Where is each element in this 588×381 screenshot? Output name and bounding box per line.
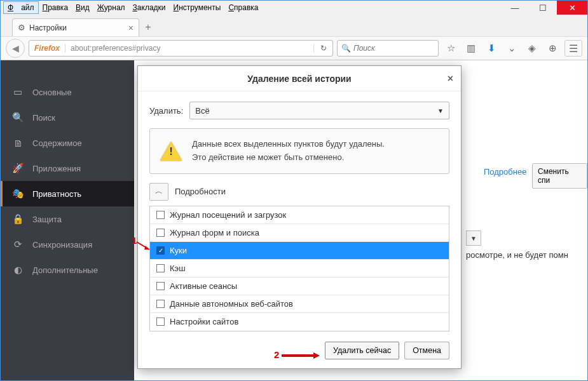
details-toggle-button[interactable]: ︿ [149,183,168,201]
url-text: about:preferences#privacy [65,44,313,53]
item-browsing-downloads[interactable]: Журнал посещений и загрузок [150,206,449,224]
tab-strip: ⚙ Настройки × + [1,15,587,36]
sidebar-item-content[interactable]: 🗎Содержимое [1,130,134,156]
time-range-label: Удалить: [149,106,183,116]
sidebar-item-label: Приложения [32,164,81,173]
pocket-icon[interactable]: ⌄ [503,43,520,54]
maximize-button[interactable]: ☐ [529,1,557,15]
device-icon[interactable]: ⊕ [544,43,561,54]
advanced-icon: ◐ [12,264,24,276]
background-text: росмотре, и не будет помн [466,250,568,260]
reload-icon[interactable]: ↻ [313,44,332,53]
content-icon: 🗎 [12,138,24,149]
hamburger-menu-button[interactable]: ☰ [564,40,582,57]
learn-more-link[interactable]: Подробнее [484,167,526,177]
menu-bookmarks[interactable]: Закладки [129,2,170,13]
close-button[interactable]: ✕ [557,1,587,15]
details-label: Подробности [175,187,226,196]
sidebar-item-general[interactable]: ▭Основные [1,79,134,105]
item-site-prefs[interactable]: Настройки сайтов [150,313,449,331]
bookmark-star-icon[interactable]: ☆ [442,43,459,54]
downloads-icon[interactable]: ⬇ [483,43,500,54]
annotation-arrow-1 [135,241,153,253]
svg-marker-3 [313,352,320,359]
new-tab-button[interactable]: + [139,18,157,36]
sidebar-item-label: Содержимое [32,138,82,148]
search-input[interactable] [353,44,434,53]
sidebar-item-label: Синхронизация [32,240,92,250]
history-items-list: Журнал посещений и загрузок Журнал форм … [149,206,449,331]
checkbox[interactable] [156,300,165,308]
time-range-select[interactable]: Всё ▼ [189,102,449,119]
item-active-logins[interactable]: Активные сеансы [150,277,449,295]
checkbox[interactable] [156,211,165,219]
item-label: Данные автономных веб-сайтов [170,299,293,309]
menu-file[interactable]: Файл [3,1,39,14]
warning-icon: ! [160,142,182,161]
tab-settings[interactable]: ⚙ Настройки × [12,18,139,36]
dropdown-caret-button[interactable]: ▼ [466,231,481,246]
identity-box[interactable]: Firefox [29,44,65,53]
item-cache[interactable]: Кэш [150,260,449,277]
item-offline-data[interactable]: Данные автономных веб-сайтов [150,295,449,313]
preferences-sidebar: ▭Основные 🔍Поиск 🗎Содержимое 🚀Приложения… [1,60,134,381]
sidebar-item-privacy[interactable]: 🎭Приватность [1,181,134,206]
tab-title: Настройки [29,23,67,32]
checkbox[interactable] [156,264,165,272]
menu-help[interactable]: Справка [224,2,262,13]
tab-close-icon[interactable]: × [128,23,133,33]
cancel-button[interactable]: Отмена [404,342,449,359]
item-label: Кэш [170,264,186,273]
minimize-button[interactable]: — [501,1,529,15]
back-button[interactable]: ◀ [6,39,25,58]
checkbox[interactable]: ✓ [156,246,165,255]
search-bar[interactable]: 🔍 [337,40,439,57]
sync-icon: ⟳ [12,239,24,250]
warning-text: Данные всех выделенных пунктов будут уда… [192,138,385,164]
mask-icon: 🎭 [12,188,24,199]
sidebar-item-label: Защита [32,215,62,224]
item-forms-search[interactable]: Журнал форм и поиска [150,224,449,242]
gear-icon: ⚙ [18,23,25,32]
lock-icon: 🔒 [12,213,24,225]
dialog-title: Удаление всей истории [247,74,351,84]
sidebar-item-apps[interactable]: 🚀Приложения [1,156,134,181]
menu-bar: Файл Правка Вид Журнал Закладки Инструме… [1,1,587,15]
checkbox[interactable] [156,318,165,326]
sidebar-item-label: Приватность [32,189,81,199]
nav-toolbar: ◀ Firefox about:preferences#privacy ↻ 🔍 … [1,36,587,60]
annotation-1: 1 [132,235,137,246]
checkbox[interactable] [156,229,165,237]
clear-now-button[interactable]: Удалить сейчас [325,342,399,359]
item-cookies[interactable]: ✓Куки [150,242,449,260]
sidebar-item-search[interactable]: 🔍Поиск [1,105,134,130]
annotation-2: 2 [274,349,279,360]
menu-view[interactable]: Вид [72,2,93,13]
dialog-title-bar: Удаление всей истории × [138,66,461,91]
url-bar[interactable]: Firefox about:preferences#privacy ↻ [29,40,333,57]
dialog-close-icon[interactable]: × [448,73,453,84]
search-icon: 🔍 [12,112,24,123]
content-area: ▭Основные 🔍Поиск 🗎Содержимое 🚀Приложения… [1,60,587,381]
sidebar-item-sync[interactable]: ⟳Синхронизация [1,232,134,257]
item-label: Настройки сайтов [170,317,238,326]
item-label: Куки [170,246,187,255]
clear-history-dialog: Удаление всей истории × Удалить: Всё ▼ !… [137,65,462,369]
search-icon: 🔍 [341,44,351,53]
item-label: Журнал форм и поиска [170,228,259,237]
sidebar-item-label: Поиск [32,113,55,123]
general-icon: ▭ [12,86,24,98]
change-list-button[interactable]: Сменить спи [532,163,587,189]
library-icon[interactable]: ▥ [463,43,479,54]
menu-tools[interactable]: Инструменты [170,2,225,13]
sidebar-item-security[interactable]: 🔒Защита [1,206,134,232]
chevron-down-icon: ▼ [437,107,444,114]
warning-box: ! Данные всех выделенных пунктов будут у… [149,128,449,174]
time-range-value: Всё [195,106,209,116]
shield-icon[interactable]: ◈ [524,43,540,54]
menu-history[interactable]: Журнал [93,2,129,13]
menu-edit[interactable]: Правка [39,2,72,13]
item-label: Активные сеансы [170,281,237,291]
checkbox[interactable] [156,282,165,290]
sidebar-item-advanced[interactable]: ◐Дополнительные [1,257,134,283]
